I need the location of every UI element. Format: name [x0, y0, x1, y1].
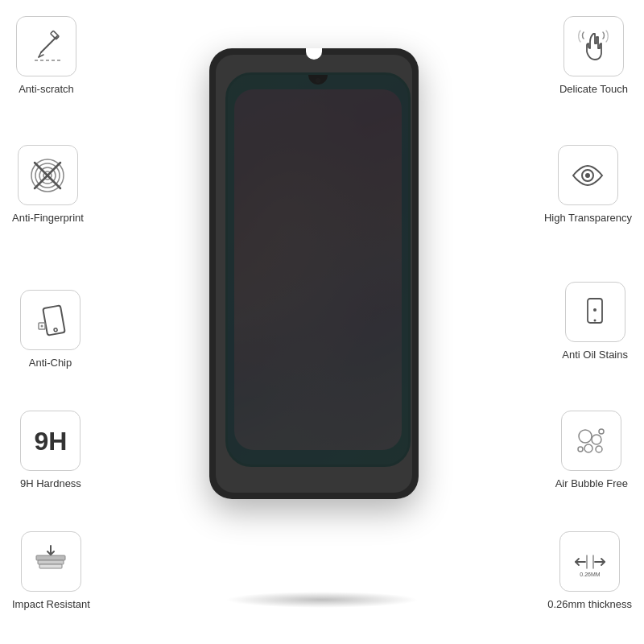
- feature-anti-fingerprint: Anti-Fingerprint: [12, 145, 84, 224]
- svg-point-23: [593, 308, 597, 312]
- 9h-label: 9H Hardness: [20, 477, 81, 489]
- svg-rect-17: [39, 564, 62, 568]
- feature-impact-resistant: Impact Resistant: [12, 531, 90, 610]
- anti-chip-label: Anti-Chip: [29, 357, 72, 369]
- fingerprint-icon: [27, 155, 68, 196]
- thickness-label: 0.26mm thickness: [547, 598, 632, 610]
- transparency-icon: [567, 155, 609, 196]
- anti-chip-icon-box: [20, 290, 80, 350]
- feature-anti-oil: Anti Oil Stains: [562, 282, 628, 361]
- svg-point-20: [585, 173, 590, 178]
- glass-overlay-inner: [216, 55, 412, 493]
- svg-point-28: [599, 429, 604, 434]
- feature-anti-chip: Anti-Chip: [20, 290, 80, 369]
- transparency-icon-box: [558, 145, 618, 205]
- thickness-icon-box: 0.26MM: [559, 531, 620, 592]
- anti-oil-icon-box: [565, 282, 625, 342]
- svg-point-14: [40, 324, 43, 327]
- anti-scratch-icon-box: [16, 16, 76, 76]
- svg-point-24: [579, 430, 592, 443]
- svg-point-29: [578, 447, 583, 452]
- air-bubble-icon-box: [561, 411, 621, 471]
- feature-delicate-touch: Delicate Touch: [559, 16, 628, 95]
- impact-icon: [30, 541, 72, 583]
- anti-oil-label: Anti Oil Stains: [562, 349, 628, 361]
- svg-text:0.26MM: 0.26MM: [580, 572, 600, 577]
- glass-shadow: [225, 592, 419, 608]
- anti-scratch-label: Anti-scratch: [19, 83, 74, 95]
- svg-point-27: [596, 446, 602, 452]
- delicate-touch-label: Delicate Touch: [559, 83, 628, 95]
- glass-overlay: [209, 48, 419, 499]
- feature-thickness: 0.26MM 0.26mm thickness: [547, 531, 632, 610]
- svg-rect-15: [36, 555, 65, 560]
- delicate-touch-icon-box: [564, 16, 624, 76]
- impact-label: Impact Resistant: [12, 598, 90, 610]
- air-bubble-label: Air Bubble Free: [555, 477, 628, 489]
- svg-point-22: [594, 319, 597, 321]
- transparency-label: High Transparency: [544, 212, 632, 224]
- oil-icon: [575, 292, 615, 332]
- anti-fingerprint-label: Anti-Fingerprint: [12, 212, 84, 224]
- phone-display: [209, 48, 435, 596]
- thickness-icon: 0.26MM: [569, 541, 611, 583]
- 9h-icon-box: 9H: [20, 411, 80, 471]
- feature-high-transparency: High Transparency: [544, 145, 632, 224]
- feature-air-bubble: Air Bubble Free: [555, 411, 628, 489]
- feature-9h-hardness: 9H 9H Hardness: [20, 411, 81, 489]
- main-container: Anti-scratch Anti-Fingerprint: [0, 0, 644, 644]
- touch-icon: [572, 26, 614, 68]
- svg-point-12: [53, 328, 57, 332]
- chip-icon: [31, 300, 71, 341]
- anti-fingerprint-icon-box: [18, 145, 78, 205]
- svg-point-25: [592, 435, 601, 444]
- feature-anti-scratch: Anti-scratch: [16, 16, 76, 95]
- bubble-icon: [571, 420, 613, 462]
- impact-icon-box: [21, 531, 81, 592]
- svg-rect-16: [38, 560, 64, 564]
- svg-rect-3: [50, 31, 59, 39]
- scratch-icon: [27, 27, 67, 67]
- 9h-text: 9H: [34, 428, 67, 454]
- svg-point-26: [584, 444, 592, 452]
